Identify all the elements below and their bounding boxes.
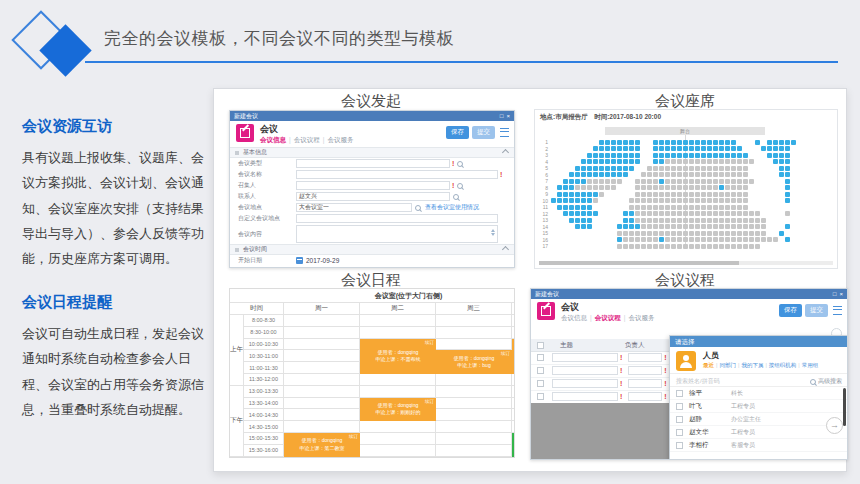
seat-selected[interactable] [773,146,778,151]
seat-empty[interactable] [689,192,694,197]
seat-empty[interactable] [695,166,700,171]
schedule-cell[interactable] [512,386,515,398]
seat-empty[interactable] [701,198,706,203]
seat-empty[interactable] [641,237,646,242]
seat-selected[interactable] [659,237,664,242]
schedule-cell[interactable] [284,386,360,398]
seat-empty[interactable] [725,179,730,184]
seat-empty[interactable] [629,198,634,203]
seat-selected[interactable] [785,153,790,158]
seat-empty[interactable] [695,218,700,223]
seat-empty[interactable] [671,179,676,184]
seat-selected[interactable] [713,146,718,151]
seat-empty[interactable] [719,231,724,236]
seat-empty[interactable] [761,218,766,223]
seat-empty[interactable] [743,166,748,171]
seat-empty[interactable] [701,172,706,177]
seat-selected[interactable] [719,140,724,145]
seat-selected[interactable] [593,159,598,164]
seat-selected[interactable] [629,140,634,145]
seat-selected[interactable] [635,224,640,229]
seat-empty[interactable] [629,244,634,249]
seat-empty[interactable] [737,185,742,190]
seat-empty[interactable] [713,211,718,216]
seat-selected[interactable] [683,140,688,145]
seat-selected[interactable] [599,159,604,164]
booking-event[interactable]: 使用者：dongqing申论上课：第二教室续订 [284,433,360,457]
seat-selected[interactable] [701,140,706,145]
seat-empty[interactable] [761,231,766,236]
seat-empty[interactable] [665,244,670,249]
person-row[interactable]: 叶飞工程专员 [670,400,848,413]
seat-selected[interactable] [695,140,700,145]
schedule-cell[interactable] [436,433,512,445]
seat-empty[interactable] [755,218,760,223]
seat-empty[interactable] [707,179,712,184]
seat-selected[interactable] [773,153,778,158]
seat-selected[interactable] [725,140,730,145]
seat-empty[interactable] [677,237,682,242]
seat-selected[interactable] [587,198,592,203]
seat-empty[interactable] [719,244,724,249]
lookup-search-icon[interactable] [453,194,459,200]
seat-selected[interactable] [767,146,772,151]
seat-selected[interactable] [557,205,562,210]
seat-empty[interactable] [737,192,742,197]
seat-selected[interactable] [575,179,580,184]
seat-empty[interactable] [713,244,718,249]
seat-empty[interactable] [689,179,694,184]
seat-empty[interactable] [719,211,724,216]
seat-empty[interactable] [689,205,694,210]
seat-empty[interactable] [659,205,664,210]
schedule-cell[interactable] [284,339,360,351]
seat-empty[interactable] [665,211,670,216]
tab-常用组[interactable]: 常用组 [802,362,819,368]
seat-empty[interactable] [707,231,712,236]
seat-selected[interactable] [617,237,622,242]
schedule-cell[interactable] [284,398,360,410]
seat-empty[interactable] [635,192,640,197]
seat-empty[interactable] [683,205,688,210]
seat-empty[interactable] [713,198,718,203]
seat-selected[interactable] [623,224,628,229]
seat-selected[interactable] [629,146,634,151]
seat-selected[interactable] [569,198,574,203]
seat-empty[interactable] [701,192,706,197]
seat-selected[interactable] [617,159,622,164]
seat-empty[interactable] [725,218,730,223]
schedule-cell[interactable] [360,386,436,398]
seat-empty[interactable] [737,244,742,249]
seat-selected[interactable] [593,211,598,216]
seat-empty[interactable] [587,185,592,190]
seat-empty[interactable] [731,172,736,177]
seat-selected[interactable] [623,159,628,164]
seat-empty[interactable] [725,172,730,177]
seat-empty[interactable] [653,231,658,236]
seat-empty[interactable] [743,224,748,229]
seat-selected[interactable] [677,153,682,158]
seat-empty[interactable] [683,166,688,171]
seat-empty[interactable] [641,172,646,177]
input-自定义会议地点[interactable] [296,214,498,223]
input-召集人[interactable] [296,181,450,190]
seat-selected[interactable] [623,146,628,151]
seat-empty[interactable] [731,237,736,242]
seat-selected[interactable] [713,153,718,158]
seat-empty[interactable] [647,166,652,171]
schedule-cell[interactable] [284,350,360,362]
seat-selected[interactable] [773,159,778,164]
tab-会议议程[interactable]: 会议议程 [595,314,621,321]
seat-empty[interactable] [719,159,724,164]
person-row[interactable]: 赵文华工程专员 [670,426,848,439]
seat-selected[interactable] [575,205,580,210]
seat-empty[interactable] [707,218,712,223]
seat-selected[interactable] [689,140,694,145]
seat-selected[interactable] [575,218,580,223]
seat-selected[interactable] [581,172,586,177]
seat-empty[interactable] [683,244,688,249]
seat-selected[interactable] [779,231,784,236]
seat-selected[interactable] [599,146,604,151]
seat-empty[interactable] [695,244,700,249]
seat-empty[interactable] [737,237,742,242]
seat-selected[interactable] [623,172,628,177]
